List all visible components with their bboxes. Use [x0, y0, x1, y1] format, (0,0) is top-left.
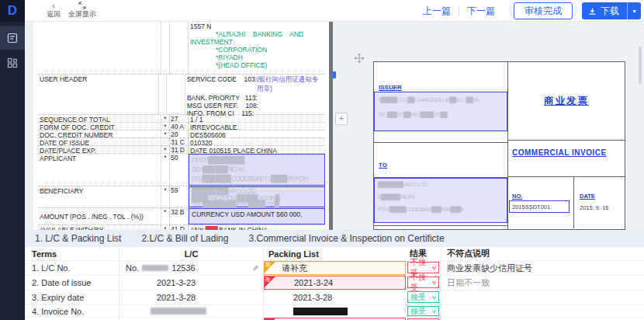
app-logo: D: [0, 0, 25, 22]
download-button[interactable]: 下载: [582, 2, 627, 19]
beneficiary-highlight[interactable]: ██████ ███AR CO.LTD ████ ANGZHOU ██ ███U…: [189, 186, 325, 207]
result-select[interactable]: 不接受 ∨: [407, 277, 439, 288]
table-row: 3. Expiry date 2021-3-28 2021-3-28 接受 ∨: [25, 290, 644, 305]
swift-row-amount: AMOUNT (POS . /NEG . TOL . (%)) * 32 B C…: [38, 208, 325, 225]
swift-top-value: 1557 N: [190, 23, 324, 30]
result-select[interactable]: 接受 ∨: [407, 306, 439, 316]
zoom-in-button[interactable]: +: [335, 113, 348, 125]
swift-row-applicant: APPLICANT * 50 FIRST ███ ██████ SEA███ █…: [38, 154, 325, 186]
table-row: 4. Invoice No. 接受 ∨: [25, 305, 644, 318]
bank-name-line: *(HEAD OFFICE): [190, 61, 324, 69]
changed-corner-badge: 改: [265, 277, 275, 287]
result-cell: 不接受 ∨: [406, 276, 441, 290]
invoice-no-date-row: NO. 2015SSDT001 DATE 2015. 9. 16: [508, 177, 625, 228]
discrepancy-note: [441, 290, 644, 304]
swift-row-date-of-issue: DATE OF ISSUE 31 C 010320: [38, 138, 325, 146]
lc-value-cell[interactable]: No. 12536 ✎: [119, 261, 264, 275]
invoice-no-value: 2015SSDT001: [512, 203, 550, 210]
msg-user-ref-line: MSG USER REF. 108:: [187, 102, 324, 110]
bank-priority-line: BANK. PRIORITY 113:: [187, 94, 324, 102]
app-window: D ‹ 返回: [0, 0, 644, 320]
issuer-highlight[interactable]: T███ ██ CO.,L██ CHANGZHOU, JIA██SU, C██N…: [374, 92, 507, 131]
swift-row-beneficiary: BENEFICIARY * 59 ██████ ███AR CO.LTD ███…: [38, 186, 325, 208]
fullscreen-label: 全屏显示: [68, 10, 96, 19]
divider: [459, 6, 459, 16]
edit-pencil-icon[interactable]: ✎: [252, 264, 258, 273]
topbar-actions: 上一篇 下一篇 审核完成 下载 ▾: [423, 0, 641, 22]
download-more-button[interactable]: ▾: [627, 2, 641, 19]
comparison-tabs: 1. L/C & Packing List 2.L/C & Bill of La…: [25, 230, 644, 247]
service-code-line: SERVICE CODE 103:: [187, 75, 257, 94]
swift-row-credit-number: DOC. CREDIT NUMBER * 20 DES505606: [38, 130, 325, 138]
amount-highlight[interactable]: CURRENCY USD AMOUNT 560 000,: [189, 208, 325, 224]
invoice-right-column: 商业发票 COMMERCIAL INVOICE NO. 2015SSDT001 …: [508, 62, 625, 229]
applicant-highlight[interactable]: FIRST ███ ██████ SEA███ ███RICAN P.O. ██…: [189, 154, 325, 186]
sidebar-item-apps[interactable]: [0, 51, 25, 75]
invoice-no-label: NO.: [508, 177, 573, 200]
tab-lc-bill-of-lading[interactable]: 2.L/C & Bill of Lading: [141, 233, 228, 244]
result-select[interactable]: 接受 ∨: [407, 291, 439, 303]
col-header-lc: L/C: [119, 247, 264, 260]
packing-value-cell[interactable]: 2021-3-28: [264, 290, 406, 304]
swift-row-date-place-exp: DATE/PLACE EXP. * 31 D DATE 010515 PLACE…: [38, 146, 325, 154]
issuer-label: ISSUER: [374, 62, 507, 91]
lc-value-cell[interactable]: 2021-3-28: [119, 290, 264, 304]
chevron-down-icon: ∨: [431, 294, 437, 301]
redacted-value: [151, 308, 206, 315]
result-cell: 接受 ∨: [406, 290, 441, 304]
lc-value-cell[interactable]: 2021-3-23: [119, 276, 264, 290]
packing-value-cell[interactable]: [264, 305, 406, 317]
invoice-to-address-cell: ████████LAR CO.,LTD S██████ IRICAN P. O.…: [374, 178, 507, 226]
chevron-down-icon: ∨: [431, 280, 437, 286]
caret-down-icon: ▾: [632, 8, 635, 15]
swift-message-table: 1557 N *ALRAJHI BANKING AND INVESTMENT *…: [38, 22, 325, 230]
back-button[interactable]: ‹ 返回: [47, 2, 61, 19]
invoice-title-cn: 商业发票: [544, 95, 589, 108]
redacted-value: [142, 265, 168, 271]
download-label: 下载: [601, 5, 619, 18]
tab-commercial-invoice[interactable]: 3.Commercial Invoice & Inspection on Cer…: [248, 233, 444, 244]
pan-move-icon[interactable]: [354, 53, 365, 67]
invoice-issuer-cell: ISSUER T███ ██ CO.,L██ CHANGZHOU, JIA██S…: [374, 62, 507, 143]
comparison-table: Terms L/C Packing List 结果 不符点说明 1. L/C N…: [25, 247, 644, 320]
chevron-down-icon: ∨: [431, 308, 437, 315]
review-complete-button[interactable]: 审核完成: [514, 2, 573, 19]
topbar: ‹ 返回 全屏显示 上一篇 下一篇 审核完成 下载: [25, 0, 644, 22]
invoice-no-highlight[interactable]: 2015SSDT001: [509, 200, 570, 213]
scrollbar-highlight-marker: [333, 71, 336, 78]
lc-value-cell[interactable]: [119, 305, 264, 317]
swift-field-label: USER HEADER: [38, 75, 158, 114]
sidebar-item-documents[interactable]: [0, 26, 25, 50]
table-header-row: Terms L/C Packing List 结果 不符点说明: [25, 247, 644, 261]
packing-value-cell[interactable]: 改 2021-3-24: [264, 276, 406, 290]
bank-name-line: *RIYADH: [190, 54, 324, 61]
invoice-date-value: 2015. 9. 16: [574, 200, 625, 211]
bank-name-line: *ALRAJHI BANKING AND: [190, 30, 324, 38]
file-text-icon: [7, 33, 18, 43]
invoice-no-cell: NO. 2015SSDT001: [508, 177, 574, 228]
table-row: 2. Date of issue 2021-3-23 改 2021-3-24 不…: [25, 276, 644, 290]
discrepancy-note: 商业发票缺少信用证号: [441, 261, 644, 275]
grid-icon: [7, 57, 18, 68]
back-label: 返回: [47, 10, 61, 19]
discrepancy-note: [441, 305, 644, 317]
download-button-group: 下载 ▾: [582, 2, 641, 19]
next-doc-link[interactable]: 下一篇: [467, 5, 495, 18]
swift-document-page[interactable]: 1557 N *ALRAJHI BANKING AND INVESTMENT *…: [33, 22, 329, 230]
invoice-doc-scrollbar-thumb[interactable]: [639, 47, 642, 84]
swift-doc-scrollbar[interactable]: [329, 22, 333, 230]
invoice-document-page[interactable]: ISSUER T███ ██ CO.,L██ CHANGZHOU, JIA██S…: [373, 61, 625, 230]
chevron-left-icon: ‹: [52, 2, 54, 10]
col-header-note: 不符点说明: [441, 247, 644, 260]
to-address-highlight[interactable]: ████████LAR CO.,LTD S██████ IRICAN P. O.…: [374, 178, 507, 223]
fullscreen-button[interactable]: 全屏显示: [68, 2, 96, 19]
prev-doc-link[interactable]: 上一篇: [423, 5, 451, 18]
chevron-down-icon: ∨: [431, 265, 437, 271]
sidebar: D: [0, 0, 25, 320]
tab-lc-packing-list[interactable]: 1. L/C & Packing List: [35, 233, 121, 244]
document-workspace: 1557 N *ALRAJHI BANKING AND INVESTMENT *…: [25, 22, 644, 230]
packing-value-cell[interactable]: 加 请补充: [264, 261, 406, 275]
fullscreen-icon: [78, 2, 86, 10]
invoice-date-cell: DATE 2015. 9. 16: [574, 177, 625, 228]
table-row: 1. L/C No. No. 12536 ✎ 加 请补充 不接受 ∨ 商业发票缺…: [25, 261, 644, 276]
